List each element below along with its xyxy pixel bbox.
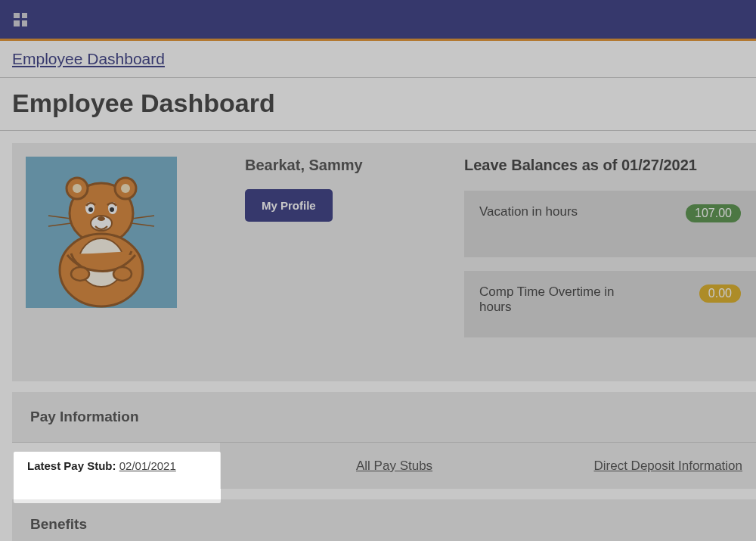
latest-pay-stub-link[interactable]: 02/01/2021 bbox=[119, 459, 176, 472]
employee-card: Bearkat, Sammy My Profile Leave Balances… bbox=[12, 143, 756, 381]
avatar bbox=[26, 157, 177, 308]
svg-point-9 bbox=[110, 207, 114, 212]
all-pay-stubs-link[interactable]: All Pay Stubs bbox=[356, 459, 432, 473]
apps-icon[interactable] bbox=[14, 13, 27, 26]
svg-point-18 bbox=[71, 267, 89, 281]
pay-information-section: Pay Information Latest Pay Stub: 02/01/2… bbox=[12, 392, 756, 489]
pay-information-header: Pay Information bbox=[12, 392, 756, 443]
my-profile-button[interactable]: My Profile bbox=[245, 189, 333, 222]
direct-deposit-link[interactable]: Direct Deposit Information bbox=[594, 459, 743, 473]
employee-name: Bearkat, Sammy bbox=[245, 157, 464, 174]
benefits-section: Benefits bbox=[12, 499, 756, 541]
svg-point-5 bbox=[121, 184, 130, 193]
leave-label: Vacation in hours bbox=[479, 204, 578, 219]
svg-point-4 bbox=[73, 184, 82, 193]
leave-row-vacation[interactable]: Vacation in hours 107.00 bbox=[464, 191, 756, 257]
svg-point-11 bbox=[98, 216, 105, 221]
svg-point-8 bbox=[88, 207, 93, 212]
top-bar bbox=[0, 0, 756, 41]
page-title-bar: Employee Dashboard bbox=[0, 78, 756, 131]
leave-balances-title: Leave Balances as of 01/27/2021 bbox=[464, 157, 756, 174]
benefits-header: Benefits bbox=[12, 499, 756, 541]
leave-row-comptime[interactable]: Comp Time Overtime in hours 0.00 bbox=[464, 271, 756, 337]
leave-value-badge: 107.00 bbox=[686, 204, 741, 222]
latest-pay-stub-label: Latest Pay Stub: bbox=[27, 459, 116, 472]
page-title: Employee Dashboard bbox=[12, 89, 744, 118]
breadcrumb-link[interactable]: Employee Dashboard bbox=[12, 50, 165, 67]
breadcrumb: Employee Dashboard bbox=[0, 41, 756, 78]
latest-pay-stub: Latest Pay Stub: 02/01/2021 bbox=[12, 443, 220, 489]
svg-point-19 bbox=[113, 267, 132, 281]
leave-value-badge: 0.00 bbox=[699, 284, 741, 303]
leave-label: Comp Time Overtime in hours bbox=[479, 284, 631, 315]
